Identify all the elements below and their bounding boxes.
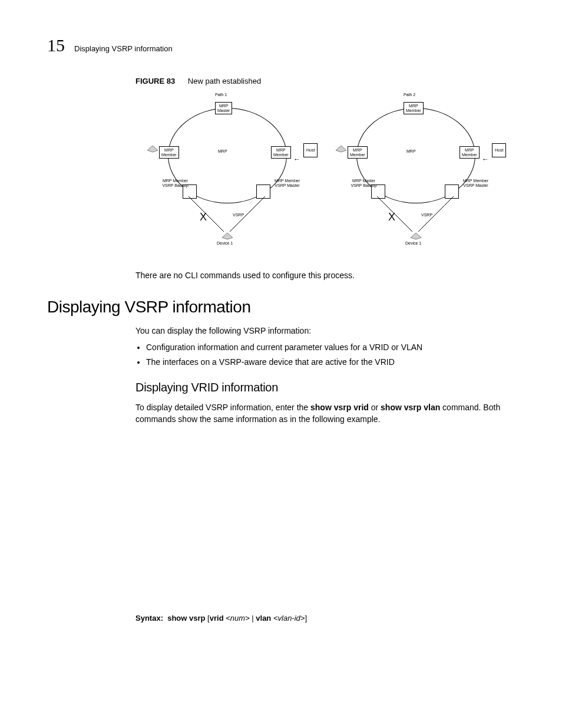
node-mrp-member-left: MRPMember	[348, 146, 368, 159]
figure-caption: FIGURE 83 New path established	[135, 77, 515, 85]
node-mrp-member-top: MRPMember	[404, 102, 424, 114]
subsection-body: To display detailed VSRP information, en…	[135, 401, 515, 426]
vsrp-label: VSRP	[233, 213, 244, 218]
x-mark: X	[200, 211, 207, 223]
syntax-label: Syntax:	[135, 614, 163, 622]
label-mmaster-vb: MRP MasterVSRP Backup	[348, 179, 380, 187]
syntax-cmd: show vsrp	[167, 614, 205, 622]
host-label: Host	[306, 148, 315, 153]
page-header: 15 Displaying VSRP information	[47, 35, 515, 55]
list-item: The interfaces on a VSRP-aware device th…	[146, 356, 515, 368]
label-mm-vm: MRP MemberVSRP Master	[459, 179, 492, 187]
subsection-para: To display detailed VSRP information, en…	[135, 401, 515, 426]
path-label: Path 2	[404, 93, 415, 97]
figure-diagram: Path 1 MRPMaster MRPMember MRP MRPMember…	[135, 90, 515, 267]
node-mrp-member-right: MRPMember	[271, 146, 291, 159]
svg-marker-2	[222, 233, 233, 239]
mrp-center-label: MRP	[406, 149, 416, 154]
svg-marker-3	[147, 146, 158, 152]
node-mrp-master: MRPMaster	[215, 102, 232, 114]
after-figure-text: There are no CLI commands used to config…	[135, 271, 515, 280]
device-icon	[409, 232, 422, 240]
intro-text: You can display the following VSRP infor…	[135, 325, 515, 337]
device-icon-side	[146, 144, 159, 153]
vsrp-label: VSRP	[421, 213, 432, 218]
ring-path2: Path 2 MRPMember MRPMember MRP MRPMember…	[324, 90, 507, 249]
device-icon-side	[335, 144, 348, 153]
figure-caption-text: New path established	[188, 77, 261, 85]
inline-cmd: show vsrp vrid	[310, 403, 369, 412]
node-mrp-member-right: MRPMember	[459, 146, 480, 159]
label-mm-vb: MRP MemberVSRP Backup	[159, 179, 191, 187]
arrow-left-icon: ←	[293, 155, 300, 163]
svg-marker-6	[411, 233, 421, 239]
figure-label: FIGURE 83	[135, 77, 175, 85]
section-heading: Displaying VSRP information	[47, 298, 515, 317]
syntax-line: Syntax: show vsrp [vrid <num> | vlan <vl…	[135, 614, 515, 622]
subsection-heading: Displaying VRID information	[135, 381, 515, 394]
device-label: Device 1	[217, 241, 233, 246]
device-label: Device 1	[405, 241, 421, 246]
section-body: You can display the following VSRP infor…	[135, 325, 515, 368]
bullet-list: Configuration information and current pa…	[146, 341, 515, 368]
page: 15 Displaying VSRP information FIGURE 83…	[0, 0, 562, 728]
inline-cmd: show vsrp vlan	[381, 403, 440, 412]
path-label: Path 1	[215, 93, 227, 97]
node-mrp-member-left: MRPMember	[159, 146, 179, 159]
header-title: Displaying VSRP information	[74, 44, 173, 53]
x-mark: X	[388, 211, 395, 223]
chapter-number: 15	[47, 35, 65, 55]
arrow-left-icon: ←	[482, 155, 489, 163]
device-icon	[221, 232, 234, 240]
mrp-center-label: MRP	[218, 149, 227, 154]
host-label: Host	[495, 148, 503, 153]
label-mm-vm: MRP MemberVSRP Master	[271, 179, 303, 187]
svg-marker-7	[336, 146, 346, 152]
list-item: Configuration information and current pa…	[146, 341, 515, 353]
ring-path1: Path 1 MRPMaster MRPMember MRP MRPMember…	[135, 90, 318, 249]
